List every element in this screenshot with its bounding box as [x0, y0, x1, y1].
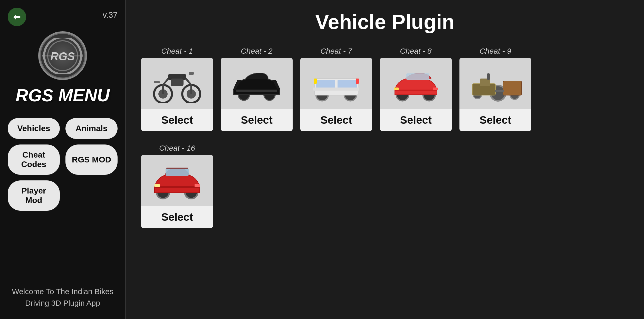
- svg-rect-43: [166, 168, 189, 176]
- svg-marker-5: [42, 53, 43, 58]
- motorcycle-svg: [149, 64, 205, 103]
- van-svg: [308, 64, 364, 103]
- vehicle-card-2: Cheat - 2 Select: [221, 47, 293, 131]
- animals-button[interactable]: Animals: [65, 118, 118, 139]
- tractor-svg: [467, 64, 524, 103]
- vehicle-card-9: Cheat - 9: [459, 47, 531, 131]
- cheat-label-1: Cheat - 1: [141, 47, 213, 55]
- vehicle-image-16: [141, 155, 213, 206]
- welcome-text: Welcome To The Indian Bikes Driving 3D P…: [12, 275, 113, 309]
- sidebar-top: ⬅ v.37: [8, 8, 118, 26]
- sportscar-svg: [228, 64, 285, 103]
- welcome-line2: Driving 3D Plugin App: [25, 299, 100, 307]
- cheat-label-9: Cheat - 9: [459, 47, 531, 55]
- select-button-2[interactable]: Select: [221, 109, 293, 131]
- select-button-1[interactable]: Select: [141, 109, 213, 131]
- svg-rect-30: [395, 90, 437, 91]
- page-title: Vehicle Plugin: [141, 10, 629, 34]
- suv-svg: [149, 161, 205, 200]
- rgs-logo-svg: RGS: [42, 38, 83, 74]
- vehicle-image-2: [221, 58, 293, 109]
- cheat-label-8: Cheat - 8: [380, 47, 452, 55]
- vehicle-image-9: [459, 58, 531, 109]
- svg-rect-31: [394, 88, 399, 90]
- player-mod-button[interactable]: Player Mod: [8, 180, 60, 211]
- svg-rect-46: [155, 184, 160, 187]
- svg-rect-47: [195, 184, 200, 187]
- vehicles-button[interactable]: Vehicles: [8, 118, 60, 139]
- svg-rect-24: [313, 88, 359, 91]
- svg-rect-40: [487, 73, 490, 80]
- vehicle-card-7: Cheat - 7 Select: [300, 47, 372, 131]
- vehicle-card-1: Cheat - 1 Select: [141, 47, 213, 131]
- rgs-mod-button[interactable]: RGS MOD: [65, 144, 118, 175]
- cheat-label-7: Cheat - 7: [300, 47, 372, 55]
- svg-rect-13: [154, 81, 160, 83]
- cheat-codes-button[interactable]: Cheat Codes: [8, 144, 60, 175]
- svg-rect-39: [495, 90, 504, 92]
- vehicle-card-16: Cheat - 16: [141, 144, 213, 228]
- svg-marker-4: [82, 53, 83, 58]
- select-button-9[interactable]: Select: [459, 109, 531, 131]
- vehicles-row-2: Cheat - 16: [141, 144, 629, 228]
- menu-title: RGS MENU: [16, 85, 110, 105]
- cheat-label-2: Cheat - 2: [221, 47, 293, 55]
- vehicles-row-1: Cheat - 1 Select: [141, 47, 629, 131]
- logo-circle: RGS: [38, 31, 87, 80]
- svg-rect-25: [314, 79, 317, 84]
- vehicle-image-1: [141, 58, 213, 109]
- main-content: Vehicle Plugin Cheat - 1: [126, 0, 644, 319]
- svg-rect-48: [166, 168, 188, 169]
- svg-rect-26: [356, 79, 359, 84]
- svg-rect-29: [406, 73, 429, 80]
- sidebar: ⬅ v.37 RGS RGS MENU Vehicles Animals Che…: [0, 0, 126, 319]
- svg-point-1: [48, 41, 78, 71]
- sidebar-buttons: Vehicles Animals Cheat Codes RGS MOD Pla…: [8, 118, 118, 211]
- cheat-label-16: Cheat - 16: [141, 144, 213, 152]
- select-button-7[interactable]: Select: [300, 109, 372, 131]
- vehicle-card-8: Cheat - 8 Select: [380, 47, 452, 131]
- svg-rect-16: [236, 90, 277, 92]
- version-label: v.37: [103, 10, 118, 20]
- hatchback-svg: [388, 64, 444, 103]
- exit-icon[interactable]: ⬅: [8, 8, 26, 26]
- exit-arrow: ⬅: [13, 12, 21, 22]
- svg-rect-32: [433, 88, 438, 90]
- select-button-16[interactable]: Select: [141, 206, 213, 228]
- vehicle-image-8: [380, 58, 452, 109]
- vehicle-image-7: [300, 58, 372, 109]
- svg-rect-38: [503, 81, 522, 95]
- svg-point-0: [44, 38, 81, 74]
- svg-text:RGS: RGS: [50, 50, 75, 63]
- welcome-line1: Welcome To The Indian Bikes: [12, 287, 113, 296]
- svg-rect-12: [189, 72, 194, 75]
- svg-rect-11: [171, 79, 184, 86]
- vehicles-grid: Cheat - 1 Select: [141, 47, 629, 228]
- select-button-8[interactable]: Select: [380, 109, 452, 131]
